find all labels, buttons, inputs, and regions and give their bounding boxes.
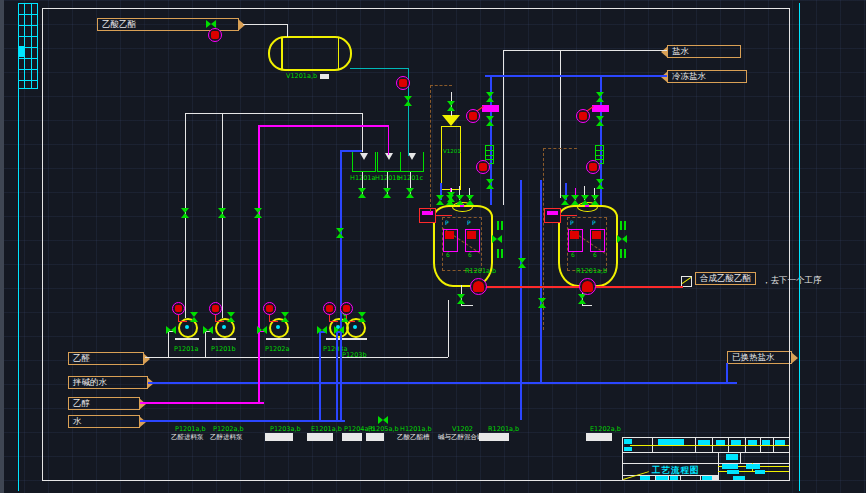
connector-label: 拌碱的水 bbox=[73, 377, 107, 387]
dosing-column bbox=[441, 126, 461, 190]
line bbox=[624, 447, 632, 451]
valve-icon bbox=[383, 188, 391, 198]
signal-line bbox=[430, 85, 431, 212]
line bbox=[31, 3, 32, 88]
valve-icon bbox=[561, 195, 569, 205]
line bbox=[624, 221, 626, 230]
line bbox=[698, 440, 710, 445]
line bbox=[185, 113, 363, 114]
line bbox=[18, 88, 38, 89]
valve-icon bbox=[492, 235, 502, 243]
hopper-c bbox=[400, 152, 424, 172]
line bbox=[592, 105, 609, 112]
valve-icon bbox=[227, 312, 235, 322]
line bbox=[740, 452, 741, 463]
line bbox=[727, 470, 739, 474]
legend-highlight-9 bbox=[479, 433, 509, 441]
line bbox=[762, 440, 770, 445]
line bbox=[624, 249, 626, 258]
line bbox=[18, 14, 38, 15]
line bbox=[731, 440, 741, 445]
legend-highlight-6 bbox=[366, 433, 384, 441]
legend-tag-6: P1205a,b bbox=[368, 426, 399, 433]
line bbox=[448, 300, 449, 357]
connector-label: 乙酸乙酯 bbox=[102, 19, 136, 29]
line bbox=[733, 476, 745, 480]
viewport-edge bbox=[0, 0, 4, 493]
instrument-bubble-icon bbox=[476, 160, 490, 174]
line bbox=[501, 249, 503, 258]
reactor-instrument-card bbox=[443, 229, 458, 252]
valve-icon bbox=[206, 20, 216, 28]
line bbox=[712, 476, 718, 480]
valve-icon bbox=[581, 195, 589, 205]
legend-tag-3: P1203a,b bbox=[270, 426, 301, 433]
valve-icon bbox=[591, 195, 599, 205]
line bbox=[595, 150, 604, 151]
pump-1-tag: P1201a bbox=[174, 346, 198, 353]
line bbox=[269, 321, 278, 322]
reactor-glyph: P bbox=[570, 220, 574, 226]
line bbox=[503, 50, 667, 51]
line bbox=[746, 464, 760, 469]
valve-icon bbox=[181, 208, 189, 218]
signal-line bbox=[430, 85, 452, 86]
line bbox=[560, 51, 561, 198]
line bbox=[259, 332, 260, 402]
legend-text-1: 乙醛进料泵 bbox=[171, 433, 204, 441]
instrument-bubble-icon bbox=[263, 302, 276, 315]
legend-highlight-4 bbox=[307, 433, 333, 441]
line bbox=[595, 145, 604, 146]
instrument-bubble-icon bbox=[576, 109, 590, 123]
valve-icon bbox=[617, 235, 627, 243]
line bbox=[658, 439, 684, 445]
connector-label: 盐水 bbox=[672, 46, 689, 56]
line bbox=[622, 437, 623, 480]
line bbox=[622, 452, 789, 453]
valve-icon bbox=[358, 312, 366, 322]
line bbox=[18, 3, 19, 491]
line bbox=[140, 420, 345, 422]
line bbox=[42, 480, 789, 481]
line bbox=[18, 58, 38, 59]
line bbox=[340, 150, 362, 152]
valve-icon bbox=[486, 92, 494, 102]
line bbox=[485, 159, 494, 160]
connector-chilled-brine-in: 冷冻盐水 bbox=[667, 70, 747, 83]
cad-canvas[interactable]: 乙酸乙酯 盐水 冷冻盐水 已换热盐水 乙醛 拌碱的水 乙醇 水 合成乙酸乙酯 ，… bbox=[0, 0, 866, 493]
connector-brine-out: 已换热盐水 bbox=[727, 351, 792, 364]
connector-label: 乙醇 bbox=[73, 398, 90, 408]
tank-head-line bbox=[338, 38, 340, 69]
line bbox=[726, 454, 738, 460]
line bbox=[640, 476, 650, 480]
connector-water: 水 bbox=[68, 415, 140, 428]
valve-icon bbox=[596, 92, 604, 102]
line bbox=[716, 440, 725, 445]
valve-icon bbox=[578, 294, 586, 304]
line bbox=[582, 305, 592, 306]
line bbox=[799, 3, 800, 491]
line bbox=[622, 437, 789, 438]
line bbox=[595, 159, 604, 160]
line bbox=[205, 332, 206, 358]
connector-brine-in: 盐水 bbox=[667, 45, 741, 58]
line bbox=[702, 476, 712, 480]
hopper-a bbox=[352, 152, 376, 172]
valve-icon bbox=[538, 298, 546, 308]
instrument-bubble-icon bbox=[340, 302, 353, 315]
valve-icon bbox=[358, 188, 366, 198]
line bbox=[789, 8, 790, 481]
valve-icon bbox=[596, 179, 604, 189]
column-funnel bbox=[442, 115, 460, 126]
legend-text-2: 乙醇进料泵 bbox=[210, 433, 243, 441]
line bbox=[485, 75, 667, 77]
line bbox=[258, 125, 388, 127]
product-stream-box: 合成乙酸乙酯 bbox=[695, 272, 756, 285]
instrument-bubble-icon bbox=[208, 28, 222, 42]
valve-icon bbox=[456, 195, 464, 205]
line bbox=[680, 475, 681, 480]
reactor-glyph: P bbox=[467, 220, 471, 226]
line bbox=[482, 105, 499, 112]
reactor-right-motor-instrument bbox=[544, 208, 561, 223]
storage-tank bbox=[268, 36, 352, 71]
